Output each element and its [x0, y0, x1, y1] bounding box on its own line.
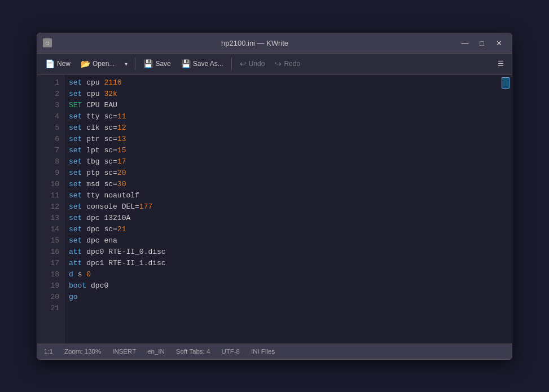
code-line-11: set tty noautolf: [69, 190, 507, 201]
code-line-17: att dpc1 RTE-II_1.disc: [69, 258, 507, 269]
editor-area: 1 2 3 4 5 6 7 8 9 10 11 12 13 14 15 16 1…: [37, 75, 512, 343]
save-button[interactable]: 💾 Save: [139, 56, 175, 72]
encoding: UTF-8: [221, 348, 240, 355]
close-button[interactable]: ✕: [491, 37, 506, 49]
save-as-button[interactable]: 💾 Save As...: [177, 56, 228, 72]
locale: en_IN: [147, 348, 165, 355]
code-line-9: set ptp sc=20: [69, 168, 507, 179]
new-icon: 📄: [45, 59, 55, 68]
new-button[interactable]: 📄 New: [41, 56, 75, 72]
toolbar-separator-2: [231, 58, 232, 70]
edit-mode: INSERT: [112, 348, 136, 355]
redo-icon: ↪: [275, 59, 282, 68]
code-line-6: set ptr sc=13: [69, 134, 507, 145]
undo-icon: ↩: [240, 59, 247, 68]
toolbar-separator-1: [135, 58, 135, 70]
zoom-level: Zoom: 130%: [64, 348, 101, 355]
tab-setting: Soft Tabs: 4: [176, 348, 210, 355]
main-window: □ hp2100.ini — KWrite — □ ✕ 📄 New 📂 Open…: [37, 33, 512, 360]
toolbar-right-spacer: ☰: [493, 56, 508, 72]
code-line-4: set tty sc=11: [69, 111, 507, 122]
app-icon: □: [43, 38, 52, 47]
save-icon: 💾: [143, 59, 153, 68]
code-line-3: SET CPU EAU: [69, 100, 507, 111]
code-line-15: set dpc ena: [69, 235, 507, 246]
minimize-button[interactable]: —: [458, 37, 472, 49]
code-line-21: [69, 303, 507, 314]
window-controls: — □ ✕: [458, 37, 506, 49]
open-icon: 📂: [81, 59, 90, 68]
file-type: INI Files: [251, 348, 275, 355]
toolbar: 📄 New 📂 Open... ▾ 💾 Save 💾 Save As... ↩ …: [37, 54, 512, 75]
code-line-18: d s 0: [69, 269, 507, 280]
code-line-14: set dpc sc=21: [69, 224, 507, 235]
cursor-indicator: [502, 77, 510, 89]
window-title: hp2100.ini — KWrite: [52, 39, 458, 47]
line-numbers: 1 2 3 4 5 6 7 8 9 10 11 12 13 14 15 16 1…: [37, 75, 64, 343]
code-line-16: att dpc0 RTE-II_0.disc: [69, 246, 507, 258]
hamburger-icon: ☰: [498, 60, 504, 68]
cursor-position: 1:1: [44, 348, 53, 355]
code-line-12: set console DEL=177: [69, 201, 507, 213]
code-line-13: set dpc 13210A: [69, 213, 507, 224]
status-bar: 1:1 Zoom: 130% INSERT en_IN Soft Tabs: 4…: [37, 343, 512, 359]
code-line-1: set cpu 2116: [69, 77, 507, 89]
save-as-icon: 💾: [181, 59, 191, 68]
code-line-10: set msd sc=30: [69, 179, 507, 190]
code-line-8: set tbg sc=17: [69, 156, 507, 168]
code-editor[interactable]: set cpu 2116 set cpu 32k SET CPU EAU set…: [64, 75, 512, 343]
title-bar: □ hp2100.ini — KWrite — □ ✕: [37, 33, 512, 54]
open-button[interactable]: 📂 Open...: [76, 56, 119, 72]
maximize-button[interactable]: □: [475, 37, 489, 49]
menu-button[interactable]: ☰: [493, 56, 508, 72]
code-line-7: set lpt sc=15: [69, 145, 507, 156]
code-line-5: set clk sc=12: [69, 122, 507, 134]
code-line-2: set cpu 32k: [69, 89, 507, 100]
undo-button[interactable]: ↩ Undo: [235, 56, 270, 72]
code-line-20: go: [69, 292, 507, 303]
code-line-19: boot dpc0: [69, 280, 507, 292]
open-dropdown-button[interactable]: ▾: [120, 56, 131, 72]
redo-button[interactable]: ↪ Redo: [270, 56, 305, 72]
